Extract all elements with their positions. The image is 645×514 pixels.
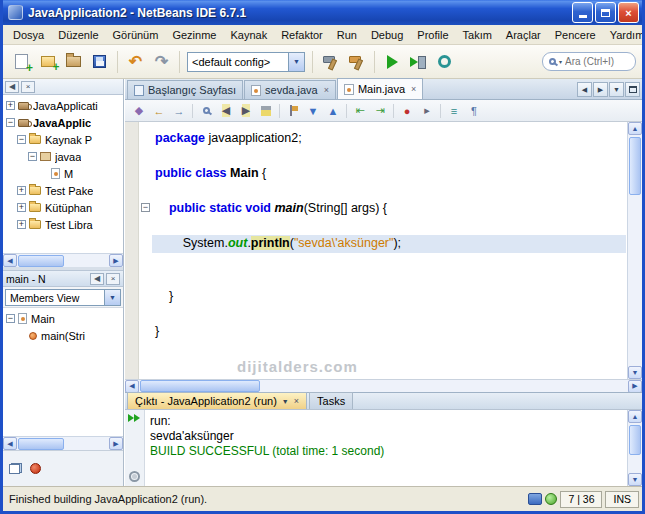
comment-icon[interactable]: ≡	[445, 102, 463, 120]
quick-search[interactable]: ▾	[542, 52, 636, 71]
run-macro-icon[interactable]: ▸	[418, 102, 436, 120]
menu-item[interactable]: Yardım	[603, 26, 645, 44]
rerun-icon[interactable]	[128, 414, 141, 423]
maximize-editor-icon[interactable]	[625, 82, 640, 97]
close-icon[interactable]: ×	[294, 396, 299, 406]
forward-icon[interactable]: →	[170, 102, 188, 120]
close-icon[interactable]: ×	[411, 84, 416, 94]
chevron-down-icon[interactable]: ▾	[559, 58, 562, 65]
output-console[interactable]: run:sevda'aksüngerBUILD SUCCESSFUL (tota…	[145, 412, 626, 461]
menu-item[interactable]: Debug	[364, 26, 410, 44]
search-input[interactable]	[565, 56, 629, 67]
tree-item[interactable]: +Test Libra	[3, 216, 123, 233]
menu-item[interactable]: Refaktor	[274, 26, 330, 44]
config-dropdown[interactable]: <default config> ▼	[187, 52, 305, 72]
clean-build-button[interactable]	[344, 49, 369, 74]
scroll-up-icon[interactable]: ▲	[628, 122, 642, 135]
chevron-down-icon[interactable]: ▼	[104, 290, 120, 305]
debug-button[interactable]	[406, 49, 431, 74]
scrollbar-thumb[interactable]	[140, 380, 260, 392]
collapse-icon[interactable]: −	[28, 152, 37, 161]
editor-horizontal-scrollbar[interactable]: ◀ ▶	[125, 379, 642, 392]
menu-item[interactable]: Profile	[410, 26, 455, 44]
menu-item[interactable]: Run	[330, 26, 364, 44]
last-edit-location-icon[interactable]: ◆	[130, 102, 148, 120]
open-project-button[interactable]	[61, 49, 86, 74]
menu-item[interactable]: Kaynak	[223, 26, 274, 44]
navigator-horizontal-scrollbar[interactable]: ◀ ▶	[3, 436, 123, 450]
collapse-panel-icon[interactable]: ◀	[5, 81, 19, 93]
expand-icon[interactable]: +	[17, 220, 26, 229]
format-icon[interactable]: ¶	[465, 102, 483, 120]
editor-vertical-scrollbar[interactable]: ▲ ▼	[627, 122, 642, 379]
chevron-down-icon[interactable]: ▼	[282, 398, 289, 405]
tree-item[interactable]: +Kütüphan	[3, 199, 123, 216]
maximize-icon[interactable]	[595, 2, 616, 23]
minimize-icon[interactable]	[572, 2, 593, 23]
members-view-dropdown[interactable]: Members View ▼	[5, 289, 121, 306]
tree-item[interactable]: +JavaApplicati	[3, 97, 123, 114]
previous-bookmark-icon[interactable]: ▲	[324, 102, 342, 120]
collapse-panel-icon[interactable]: ◀	[90, 273, 104, 285]
next-bookmark-icon[interactable]: ▼	[304, 102, 322, 120]
close-icon[interactable]: ×	[618, 2, 639, 23]
menu-item[interactable]: Gezinme	[165, 26, 223, 44]
expand-icon[interactable]: +	[17, 186, 26, 195]
chevron-down-icon[interactable]: ▼	[288, 53, 304, 71]
collapse-icon[interactable]: −	[17, 135, 26, 144]
toggle-highlight-icon[interactable]	[257, 102, 275, 120]
scrollbar-thumb[interactable]	[629, 137, 641, 195]
tree-item[interactable]: +Test Pake	[3, 182, 123, 199]
tree-item[interactable]: −Kaynak P	[3, 131, 123, 148]
close-panel-icon[interactable]: ×	[106, 273, 120, 285]
tree-item[interactable]: main(Stri	[3, 327, 123, 344]
new-file-button[interactable]	[9, 49, 34, 74]
editor-tab[interactable]: sevda.java×	[244, 80, 336, 99]
menu-item[interactable]: Düzenle	[51, 26, 105, 44]
scroll-tabs-left-icon[interactable]: ◀	[577, 82, 592, 97]
collapse-icon[interactable]: −	[6, 118, 15, 127]
redo-button[interactable]	[149, 49, 174, 74]
scroll-left-icon[interactable]: ◀	[3, 437, 17, 450]
back-icon[interactable]: ←	[150, 102, 168, 120]
scan-icon[interactable]	[545, 493, 557, 505]
navigator-panel-header[interactable]: main - N ◀ ×	[3, 270, 123, 287]
expand-icon[interactable]: +	[17, 203, 26, 212]
close-icon[interactable]: ×	[324, 85, 329, 95]
new-project-button[interactable]	[35, 49, 60, 74]
menu-item[interactable]: Pencere	[548, 26, 603, 44]
tree-item[interactable]: M	[3, 165, 123, 182]
fold-collapse-icon[interactable]: −	[141, 203, 150, 212]
menu-item[interactable]: Dosya	[6, 26, 51, 44]
menu-item[interactable]: Araçlar	[499, 26, 548, 44]
title-bar[interactable]: JavaApplication2 - NetBeans IDE 6.7.1 ×	[3, 0, 642, 25]
close-panel-icon[interactable]: ×	[21, 81, 35, 93]
code-editor[interactable]: package javaapplication2;public class Ma…	[125, 122, 642, 379]
build-button[interactable]	[318, 49, 343, 74]
scrollbar-thumb[interactable]	[18, 438, 64, 450]
shift-left-icon[interactable]: ⇤	[351, 102, 369, 120]
output-tab[interactable]: Tasks	[309, 392, 353, 409]
scroll-down-icon[interactable]: ▼	[628, 473, 642, 486]
scroll-left-icon[interactable]: ◀	[3, 254, 17, 267]
collapse-icon[interactable]: −	[6, 314, 15, 323]
tab-list-icon[interactable]: ▼	[609, 82, 624, 97]
find-icon[interactable]	[197, 102, 215, 120]
editor-tab[interactable]: Başlangıç Sayfası	[127, 80, 243, 99]
editor-tab[interactable]: Main.java×	[337, 78, 423, 99]
output-vertical-scrollbar[interactable]: ▲ ▼	[627, 410, 642, 486]
profile-button[interactable]	[432, 49, 457, 74]
settings-icon[interactable]	[129, 471, 140, 482]
expand-icon[interactable]: +	[6, 101, 15, 110]
scroll-tabs-right-icon[interactable]: ▶	[593, 82, 608, 97]
notifications-icon[interactable]	[528, 493, 542, 505]
menu-item[interactable]: Görünüm	[106, 26, 166, 44]
menu-item[interactable]: Takım	[456, 26, 499, 44]
tree-item[interactable]: −Main	[3, 310, 123, 327]
scroll-left-icon[interactable]: ◀	[125, 380, 139, 393]
tree-item[interactable]: −javaa	[3, 148, 123, 165]
scrollbar-thumb[interactable]	[629, 425, 641, 455]
scrollbar-thumb[interactable]	[18, 255, 64, 267]
save-all-button[interactable]	[87, 49, 112, 74]
scroll-right-icon[interactable]: ▶	[628, 380, 642, 393]
